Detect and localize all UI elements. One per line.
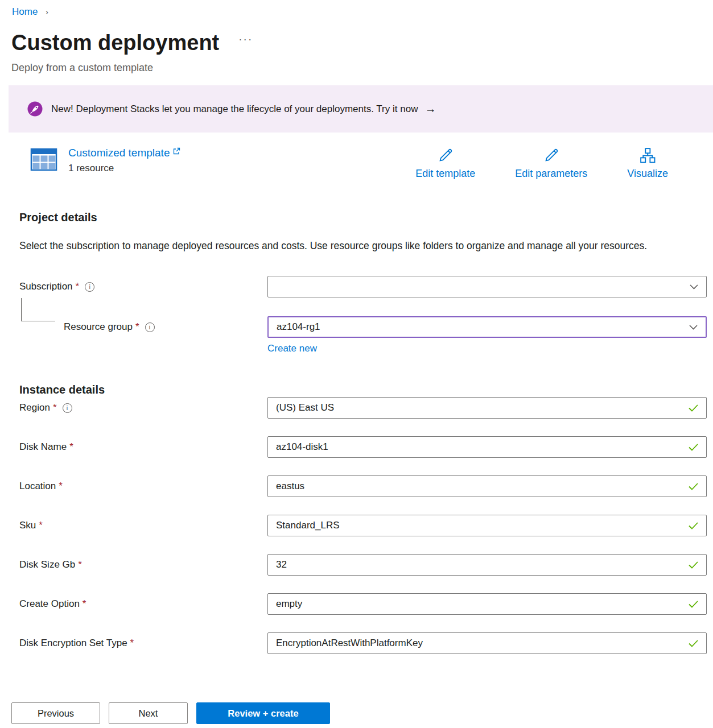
subscription-dropdown[interactable] bbox=[267, 276, 707, 297]
edit-template-label: Edit template bbox=[415, 168, 475, 180]
disk-size-gb-input[interactable]: 32 bbox=[267, 554, 707, 576]
location-row: Location * eastus bbox=[19, 475, 707, 497]
template-summary: Customized template 1 resource bbox=[30, 147, 668, 180]
info-icon[interactable]: i bbox=[85, 282, 94, 292]
subscription-row: Subscription * i bbox=[19, 276, 707, 297]
template-text: Customized template 1 resource bbox=[68, 147, 180, 174]
edit-parameters-button[interactable]: Edit parameters bbox=[515, 147, 587, 180]
breadcrumb-home-link[interactable]: Home bbox=[12, 6, 38, 17]
rocket-icon bbox=[27, 101, 43, 117]
required-asterisk: * bbox=[76, 281, 80, 292]
project-details-heading: Project details bbox=[19, 210, 707, 225]
sku-label: Sku bbox=[19, 520, 36, 531]
checkmark-icon bbox=[689, 444, 698, 451]
review-create-button[interactable]: Review + create bbox=[196, 702, 330, 724]
disk-size-gb-row: Disk Size Gb * 32 bbox=[19, 554, 707, 576]
disk-encryption-set-type-input[interactable]: EncryptionAtRestWithPlatformKey bbox=[267, 632, 707, 654]
region-field-label: Region * i bbox=[19, 402, 267, 413]
chevron-down-icon bbox=[690, 284, 698, 289]
disk-encryption-set-type-field-label: Disk Encryption Set Type * bbox=[19, 638, 267, 649]
info-icon[interactable]: i bbox=[145, 322, 155, 332]
chevron-right-icon: › bbox=[46, 7, 48, 16]
create-option-label: Create Option bbox=[19, 598, 80, 610]
region-row: Region * i (US) East US bbox=[19, 397, 707, 419]
visualize-label: Visualize bbox=[627, 168, 668, 180]
disk-name-label: Disk Name bbox=[19, 441, 67, 453]
sku-field-label: Sku * bbox=[19, 520, 267, 531]
location-field-label: Location * bbox=[19, 481, 267, 492]
next-button[interactable]: Next bbox=[109, 702, 188, 724]
org-chart-icon bbox=[639, 147, 656, 164]
required-asterisk: * bbox=[69, 441, 73, 453]
sku-value: Standard_LRS bbox=[276, 520, 340, 531]
disk-name-field-label: Disk Name * bbox=[19, 441, 267, 453]
disk-name-input[interactable]: az104-disk1 bbox=[267, 436, 707, 458]
custom-deployment-page: Home › Custom deployment ··· Deploy from… bbox=[0, 0, 713, 728]
banner-text: New! Deployment Stacks let you manage th… bbox=[51, 104, 418, 115]
disk-size-gb-value: 32 bbox=[276, 559, 287, 570]
resource-group-row: Resource group * i az104-rg1 bbox=[19, 316, 707, 338]
create-option-field-label: Create Option * bbox=[19, 598, 267, 610]
required-asterisk: * bbox=[130, 638, 134, 649]
arrow-right-icon: → bbox=[424, 102, 436, 115]
pencil-icon bbox=[437, 147, 454, 164]
more-options-button[interactable]: ··· bbox=[238, 33, 253, 46]
customized-template-link[interactable]: Customized template bbox=[68, 147, 180, 159]
checkmark-icon bbox=[689, 601, 698, 608]
page-title: Custom deployment bbox=[11, 30, 219, 56]
page-subtitle: Deploy from a custom template bbox=[11, 61, 713, 74]
disk-encryption-set-type-value: EncryptionAtRestWithPlatformKey bbox=[276, 638, 423, 649]
project-details-description: Select the subscription to manage deploy… bbox=[19, 237, 674, 255]
checkmark-icon bbox=[689, 640, 698, 647]
visualize-button[interactable]: Visualize bbox=[627, 147, 668, 180]
resource-group-label: Resource group bbox=[64, 321, 133, 333]
pencil-icon bbox=[543, 147, 560, 164]
create-new-row: Create new bbox=[267, 342, 707, 354]
location-value: eastus bbox=[276, 481, 304, 492]
checkmark-icon bbox=[689, 483, 698, 490]
template-name: Customized template bbox=[68, 147, 170, 159]
sku-input[interactable]: Standard_LRS bbox=[267, 515, 707, 536]
checkmark-icon bbox=[689, 561, 698, 569]
create-option-value: empty bbox=[276, 598, 302, 610]
location-input[interactable]: eastus bbox=[267, 475, 707, 497]
template-actions: Edit template Edit parameters bbox=[415, 147, 668, 180]
sku-row: Sku * Standard_LRS bbox=[19, 515, 707, 536]
region-value: (US) East US bbox=[276, 402, 334, 413]
required-asterisk: * bbox=[59, 481, 63, 492]
create-new-link[interactable]: Create new bbox=[267, 343, 317, 354]
required-asterisk: * bbox=[78, 559, 82, 570]
region-input[interactable]: (US) East US bbox=[267, 397, 707, 419]
region-label: Region bbox=[19, 402, 50, 413]
resource-group-value: az104-rg1 bbox=[277, 321, 320, 333]
disk-size-gb-field-label: Disk Size Gb * bbox=[19, 559, 267, 570]
disk-size-gb-label: Disk Size Gb bbox=[19, 559, 75, 570]
checkmark-icon bbox=[689, 522, 698, 530]
required-asterisk: * bbox=[135, 321, 139, 333]
resource-count: 1 resource bbox=[68, 163, 180, 174]
subscription-label: Subscription bbox=[19, 281, 73, 292]
subscription-field-label: Subscription * i bbox=[19, 281, 267, 292]
edit-template-button[interactable]: Edit template bbox=[415, 147, 475, 180]
create-option-row: Create Option * empty bbox=[19, 593, 707, 615]
create-option-input[interactable]: empty bbox=[267, 593, 707, 615]
deployment-stacks-banner[interactable]: New! Deployment Stacks let you manage th… bbox=[9, 85, 713, 133]
nesting-connector bbox=[21, 298, 55, 321]
template-info: Customized template 1 resource bbox=[30, 147, 180, 174]
edit-parameters-label: Edit parameters bbox=[515, 168, 587, 180]
chevron-down-icon bbox=[689, 325, 698, 330]
disk-name-value: az104-disk1 bbox=[276, 441, 328, 453]
disk-encryption-set-type-row: Disk Encryption Set Type * EncryptionAtR… bbox=[19, 632, 707, 654]
instance-details-heading: Instance details bbox=[19, 382, 707, 397]
title-row: Custom deployment ··· bbox=[11, 30, 713, 56]
external-link-icon bbox=[172, 147, 180, 155]
required-asterisk: * bbox=[53, 402, 57, 413]
breadcrumb: Home › bbox=[0, 0, 713, 18]
form-content: Project details Select the subscription … bbox=[0, 210, 713, 654]
previous-button[interactable]: Previous bbox=[11, 702, 100, 724]
info-icon[interactable]: i bbox=[63, 403, 72, 413]
location-label: Location bbox=[19, 481, 56, 492]
template-icon bbox=[30, 147, 57, 172]
resource-group-dropdown[interactable]: az104-rg1 bbox=[267, 316, 707, 338]
disk-encryption-set-type-label: Disk Encryption Set Type bbox=[19, 638, 127, 649]
